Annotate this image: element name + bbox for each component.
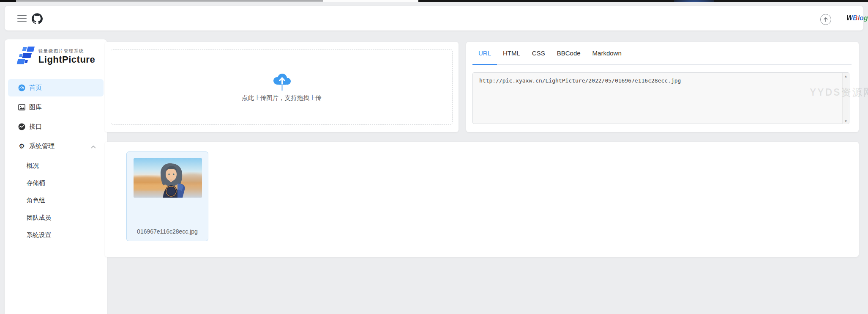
link-textarea[interactable]: http://pic.xyaxw.cn/LightPicture/2022/05… xyxy=(472,72,849,124)
tab-bbcode[interactable]: BBCode xyxy=(551,42,587,65)
sidebar-item-gallery[interactable]: 图库 xyxy=(8,99,104,116)
sidebar-subitem-buckets[interactable]: 存储桶 xyxy=(8,174,104,192)
gallery-panel: 016967e116c28ecc.jpg xyxy=(105,142,859,257)
sidebar-item-label: 系统管理 xyxy=(29,142,55,150)
sidebar-subitem-roles[interactable]: 角色组 xyxy=(8,192,104,209)
sidebar-item-label: 首页 xyxy=(29,84,42,92)
api-icon xyxy=(18,123,25,130)
sidebar: 轻量级图片管理系统 LightPicture 首页 图库 接口 ⚙ 系统管理 xyxy=(5,39,107,314)
strip-segment xyxy=(674,0,714,2)
image-url-text: http://pic.xyaxw.cn/LightPicture/2022/05… xyxy=(479,77,839,84)
user-blog-logo[interactable]: WBlog xyxy=(846,14,868,22)
app-subtitle: 轻量级图片管理系统 xyxy=(38,48,95,54)
hamburger-menu-icon[interactable] xyxy=(17,15,27,22)
image-thumbnail[interactable] xyxy=(134,158,202,198)
sidebar-item-system[interactable]: ⚙ 系统管理 xyxy=(8,138,104,155)
app-title: LightPicture xyxy=(38,54,95,65)
strip-segment xyxy=(323,0,418,2)
share-tabs: URL HTML CSS BBCode Markdown xyxy=(472,42,852,65)
sidebar-subitem-team[interactable]: 团队成员 xyxy=(8,209,104,226)
sidebar-item-home[interactable]: 首页 xyxy=(8,79,104,96)
scroll-up-arrow-icon[interactable]: ▲ xyxy=(843,73,849,79)
gear-icon: ⚙ xyxy=(18,143,25,150)
scroll-down-arrow-icon[interactable]: ▼ xyxy=(843,118,849,124)
tab-html[interactable]: HTML xyxy=(497,42,526,65)
lightpicture-logo-icon xyxy=(16,47,36,67)
tab-markdown[interactable]: Markdown xyxy=(587,42,628,65)
upload-panel: 点此上传图片，支持拖拽上传 xyxy=(105,42,459,132)
scroll-top-button[interactable] xyxy=(820,14,831,25)
strip-segment xyxy=(16,0,323,2)
image-filename: 016967e116c28ecc.jpg xyxy=(127,228,208,235)
sidebar-subitem-settings[interactable]: 系统设置 xyxy=(8,226,104,244)
sidebar-item-api[interactable]: 接口 xyxy=(8,118,104,135)
gallery-icon xyxy=(18,104,25,111)
sidebar-menu: 首页 图库 接口 ⚙ 系统管理 概况 存储桶 角色组 团队成员 系统设置 xyxy=(8,79,104,244)
upload-dropzone[interactable]: 点此上传图片，支持拖拽上传 xyxy=(111,49,453,125)
tab-url[interactable]: URL xyxy=(472,42,497,65)
github-icon[interactable] xyxy=(32,13,43,24)
header-bar: WBlog xyxy=(5,6,863,30)
upload-hint-text: 点此上传图片，支持拖拽上传 xyxy=(242,94,322,102)
dashboard-icon xyxy=(18,84,25,91)
sidebar-item-label: 图库 xyxy=(29,103,42,111)
sidebar-item-label: 接口 xyxy=(29,123,42,131)
app-logo: 轻量级图片管理系统 LightPicture xyxy=(5,47,107,67)
image-card[interactable]: 016967e116c28ecc.jpg xyxy=(126,151,208,241)
strip-segment xyxy=(418,0,868,2)
browser-top-strip xyxy=(0,0,868,2)
share-link-panel: URL HTML CSS BBCode Markdown http://pic.… xyxy=(466,42,859,132)
tab-css[interactable]: CSS xyxy=(526,42,551,65)
cloud-upload-icon xyxy=(271,72,293,91)
sidebar-subitem-overview[interactable]: 概况 xyxy=(8,157,104,174)
site-watermark: YYDS资源网 xyxy=(810,86,868,99)
chevron-up-icon xyxy=(91,143,96,150)
strip-segment xyxy=(0,0,16,2)
